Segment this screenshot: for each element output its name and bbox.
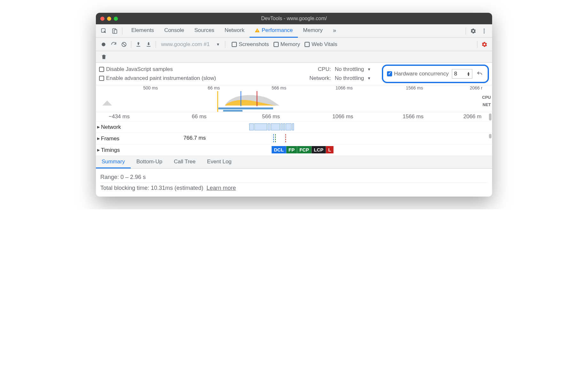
window-title: DevTools - www.google.com/ <box>96 16 492 21</box>
trash-icon[interactable] <box>98 51 109 62</box>
web-vitals-checkbox[interactable]: Web Vitals <box>305 41 337 48</box>
chevron-down-icon: ▼ <box>216 42 220 47</box>
screenshots-label: Screenshots <box>239 41 269 48</box>
svg-point-8 <box>102 43 105 46</box>
memory-checkbox[interactable]: Memory <box>274 41 300 48</box>
network-label: Network: <box>302 75 331 82</box>
tab-event-log[interactable]: Event Log <box>201 156 237 168</box>
network-throttling-select[interactable]: No throttling ▼ <box>335 75 371 82</box>
tab-bottom-up[interactable]: Bottom-Up <box>131 156 168 168</box>
fp-badge: FP <box>286 146 297 153</box>
recording-select[interactable]: www.google.com #1 ▼ <box>158 41 223 48</box>
network-track[interactable]: ▶ Network <box>96 121 492 133</box>
devtools-window: DevTools - www.google.com/ Elements Cons… <box>96 13 492 197</box>
overview-tick: 1566 ms <box>406 85 423 90</box>
number-stepper-icon[interactable]: ▲▼ <box>467 72 470 76</box>
enable-paint-instr-checkbox[interactable]: Enable advanced paint instrumentation (s… <box>99 75 216 82</box>
hardware-concurrency-value: 8 <box>454 71 457 77</box>
tab-summary[interactable]: Summary <box>96 156 131 168</box>
settings-gear-icon[interactable] <box>468 26 479 36</box>
cpu-throttling-select[interactable]: No throttling ▼ <box>335 66 371 73</box>
screenshots-checkbox[interactable]: Screenshots <box>232 41 269 48</box>
timeline-tick: 66 ms <box>192 113 206 120</box>
hardware-concurrency-label: Hardware concurrency <box>394 71 449 77</box>
scrollbar-thumb[interactable] <box>489 113 491 120</box>
timeline-tick: 1066 ms <box>332 113 353 120</box>
expand-triangle-icon[interactable]: ▶ <box>97 148 100 152</box>
summary-body: Range: 0 – 2.96 s Total blocking time: 1… <box>96 169 492 197</box>
cpu-label: CPU: <box>302 66 331 73</box>
checkbox-icon <box>99 76 104 81</box>
divider <box>225 41 225 48</box>
summary-tbt: Total blocking time: 10.31ms (estimated) <box>100 185 203 191</box>
disable-js-samples-checkbox[interactable]: Disable JavaScript samples <box>99 66 216 73</box>
expand-triangle-icon[interactable]: ▶ <box>97 125 100 129</box>
clear-icon[interactable] <box>119 39 129 50</box>
timeline-tick: 1566 ms <box>403 113 423 120</box>
disable-js-samples-label: Disable JavaScript samples <box>106 66 173 73</box>
svg-point-7 <box>484 32 484 33</box>
timings-track[interactable]: ▶ Timings DCL FP FCP LCP L <box>96 144 492 156</box>
tab-performance[interactable]: Performance <box>250 24 298 38</box>
tab-memory[interactable]: Memory <box>298 24 328 38</box>
upload-icon[interactable] <box>133 39 143 50</box>
warning-icon <box>255 28 260 33</box>
tab-console[interactable]: Console <box>159 24 189 38</box>
overview-graph <box>96 91 483 112</box>
fcp-badge: FCP <box>297 146 312 153</box>
frames-track-label: ▶ Frames <box>96 136 131 142</box>
overview-tick: 1066 ms <box>336 85 353 90</box>
tab-call-tree[interactable]: Call Tree <box>168 156 201 168</box>
tab-performance-label: Performance <box>262 27 293 34</box>
divider <box>122 27 122 35</box>
overview-tick: 66 ms <box>208 85 220 90</box>
recording-select-label: www.google.com #1 <box>161 41 210 48</box>
overview-strip[interactable]: 500 ms 66 ms 566 ms 1066 ms 1566 ms 2066… <box>96 85 492 112</box>
capture-settings-gear-icon[interactable] <box>479 39 490 50</box>
frames-track[interactable]: ▶ Frames 766.7 ms <box>96 133 492 144</box>
learn-more-link[interactable]: Learn more <box>206 185 236 191</box>
svg-rect-4 <box>257 31 257 32</box>
tab-sources[interactable]: Sources <box>189 24 219 38</box>
svg-point-6 <box>484 30 484 31</box>
summary-range: Range: 0 – 2.96 s <box>100 172 488 182</box>
timeline-tick: −434 ms <box>109 113 130 120</box>
overview-tick: 500 ms <box>143 85 158 90</box>
timings-track-label: ▶ Timings <box>96 147 131 153</box>
enable-paint-instr-label: Enable advanced paint instrumentation (s… <box>106 75 216 82</box>
undo-icon[interactable] <box>476 68 484 79</box>
detail-tabs: Summary Bottom-Up Call Tree Event Log <box>96 156 492 169</box>
kebab-menu-icon[interactable] <box>479 26 490 36</box>
titlebar: DevTools - www.google.com/ <box>96 13 492 24</box>
main-timeline[interactable]: −434 ms 66 ms 566 ms 1066 ms 1566 ms 206… <box>96 112 492 156</box>
divider <box>477 41 477 48</box>
summary-tbt-row: Total blocking time: 10.31ms (estimated)… <box>100 182 488 193</box>
inspect-element-icon[interactable] <box>98 26 109 36</box>
devtools-tabs-bar: Elements Console Sources Network Perform… <box>96 24 492 38</box>
hardware-concurrency-input[interactable]: 8 ▲▼ <box>452 69 472 79</box>
checkbox-checked-icon <box>387 71 392 76</box>
expand-triangle-icon[interactable]: ▶ <box>97 136 100 141</box>
download-icon[interactable] <box>143 39 154 50</box>
trash-row <box>96 51 492 63</box>
timeline-tick: 566 ms <box>262 113 280 120</box>
tab-elements[interactable]: Elements <box>126 24 159 38</box>
lcp-badge: LCP <box>312 146 326 153</box>
scrollbar-thumb[interactable] <box>489 134 491 138</box>
more-tabs-button[interactable]: » <box>328 24 341 38</box>
checkbox-icon <box>99 67 104 72</box>
overview-net-label: NET <box>482 102 491 107</box>
svg-rect-2 <box>114 29 117 33</box>
record-button-icon[interactable] <box>98 39 109 50</box>
performance-toolbar: www.google.com #1 ▼ Screenshots Memory W… <box>96 38 492 51</box>
tab-network[interactable]: Network <box>220 24 250 38</box>
divider <box>466 27 466 35</box>
network-track-label: ▶ Network <box>96 124 131 130</box>
hardware-concurrency-checkbox[interactable]: Hardware concurrency <box>387 71 449 77</box>
overview-tick: 566 ms <box>272 85 286 90</box>
reload-icon[interactable] <box>109 39 119 50</box>
network-throttling-value: No throttling <box>335 75 364 82</box>
web-vitals-label: Web Vitals <box>312 41 337 48</box>
device-toolbar-icon[interactable] <box>109 26 120 36</box>
svg-rect-3 <box>257 30 257 31</box>
